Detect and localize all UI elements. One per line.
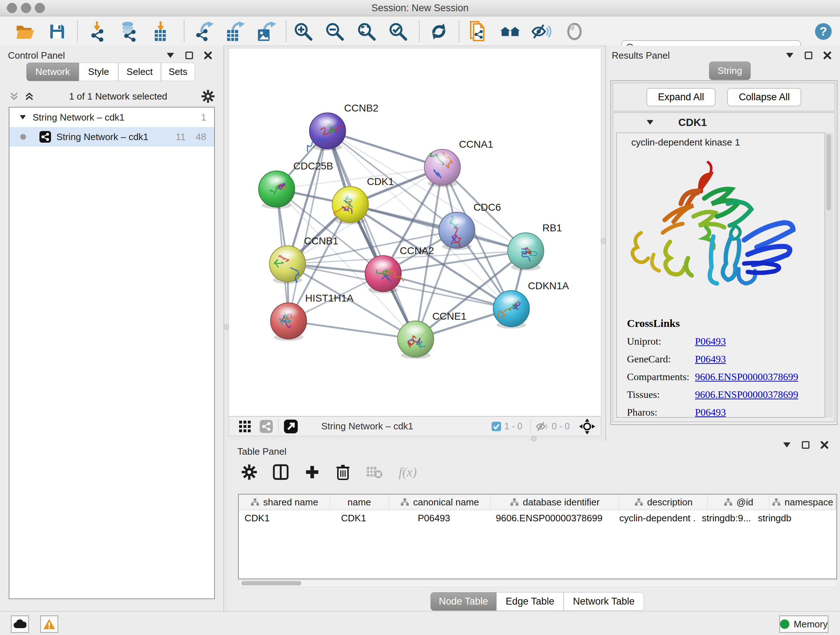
network-canvas[interactable]: CCNB2CCNA1CDC25BCDK1CDC6RB1CCNB1CCNA2CDK… (229, 48, 601, 416)
export-image-button[interactable] (256, 21, 277, 42)
table-cell[interactable]: CDK1 (239, 513, 324, 524)
tab-edge-table[interactable]: Edge Table (496, 592, 564, 611)
birds-eye-grid-icon[interactable] (238, 420, 251, 433)
collapse-all-networks-icon[interactable] (24, 92, 35, 101)
pan-crosshair-icon[interactable] (579, 418, 595, 434)
tab-network[interactable]: Network (27, 63, 79, 81)
table-cell[interactable]: P06493 (383, 513, 485, 524)
float-panel-icon[interactable] (782, 440, 791, 450)
collection-expand-icon[interactable] (19, 113, 27, 121)
import-network-file-button[interactable] (88, 21, 108, 42)
compartments-link[interactable]: 9606.ENSP00000378699 (695, 371, 798, 383)
network-node-ccnb1[interactable]: CCNB1 (270, 235, 339, 284)
zoom-selected-button[interactable] (388, 21, 408, 42)
close-panel-icon[interactable] (203, 51, 213, 60)
genecard-link[interactable]: P06493 (695, 353, 726, 365)
column-header-database-identifier[interactable]: database identifier (491, 494, 619, 510)
tab-string[interactable]: String (709, 62, 751, 80)
close-panel-icon[interactable] (820, 440, 829, 450)
string-home-button[interactable] (500, 21, 521, 42)
network-node-hist1h1a[interactable]: HIST1H1A (271, 293, 354, 341)
node-table[interactable]: shared namenamecanonical namedatabase id… (238, 494, 837, 579)
zoom-in-button[interactable] (293, 21, 313, 42)
warning-status-button[interactable] (40, 616, 58, 633)
table-cell[interactable]: stringdb:9... (696, 513, 752, 524)
collapse-protein-icon[interactable] (646, 118, 654, 127)
left-splitter-grip[interactable] (224, 325, 229, 330)
window-title: Session: New Session (0, 3, 840, 14)
add-column-icon[interactable] (305, 464, 320, 480)
network-node-rb1[interactable]: RB1 (508, 222, 562, 271)
network-badge-icon[interactable] (259, 420, 273, 433)
column-header-shared-name[interactable]: shared name (239, 494, 330, 510)
selected-checkbox-icon[interactable] (491, 421, 501, 432)
delete-table-icon (366, 466, 383, 478)
network-edge[interactable] (327, 131, 416, 339)
hide-unhide-button[interactable] (531, 21, 551, 42)
tab-network-table[interactable]: Network Table (564, 592, 644, 611)
table-row[interactable]: CDK1CDK1P064939606.ENSP00000378699cyclin… (239, 510, 836, 526)
clipboard-network-button[interactable] (468, 21, 488, 42)
float-panel-icon[interactable] (166, 51, 175, 60)
bottom-splitter-grip[interactable] (531, 436, 537, 441)
column-header-name[interactable]: name (330, 494, 389, 510)
tissues-link[interactable]: 9606.ENSP00000378699 (695, 389, 798, 401)
column-header-namespace[interactable]: namespace (769, 494, 836, 510)
table-panel-title: Table Panel (237, 446, 286, 457)
table-cell[interactable]: 9606.ENSP00000378699 (485, 513, 614, 524)
network-edge[interactable] (289, 321, 416, 339)
expand-all-networks-icon[interactable] (9, 92, 19, 101)
cloud-status-button[interactable] (11, 616, 29, 633)
tab-style[interactable]: Style (79, 63, 118, 81)
open-in-new-icon[interactable] (284, 419, 298, 434)
network-node-cdkn1a[interactable]: CDKN1A (493, 280, 569, 329)
network-node-cdc25b[interactable]: CDC25B (259, 160, 333, 209)
column-header-description[interactable]: description (619, 494, 707, 510)
export-table-button[interactable] (225, 21, 245, 42)
column-header--id[interactable]: @id (707, 494, 769, 510)
table-cell[interactable]: CDK1 (324, 513, 383, 524)
node-label-ccne1: CCNE1 (432, 310, 467, 322)
network-node-ccna1[interactable]: CCNA1 (424, 139, 493, 187)
import-table-file-button[interactable] (150, 21, 171, 42)
network-node-cdk1[interactable]: CDK1 (332, 176, 393, 225)
open-session-button[interactable] (15, 21, 35, 42)
table-cell[interactable]: cyclin-dependent ... (614, 513, 696, 524)
table-options-gear-icon[interactable] (242, 464, 257, 480)
close-panel-icon[interactable] (823, 51, 832, 60)
results-scrollbar[interactable] (826, 133, 832, 417)
network-name: String Network – cdk1 (57, 131, 148, 143)
save-session-button[interactable] (47, 21, 67, 42)
import-network-database-button[interactable] (118, 21, 139, 42)
network-graph[interactable]: CCNB2CCNA1CDC25BCDK1CDC6RB1CCNB1CCNA2CDK… (229, 49, 601, 416)
maximize-panel-icon[interactable] (801, 440, 810, 450)
table-cell[interactable]: stringdb (752, 513, 813, 524)
maximize-panel-icon[interactable] (804, 51, 813, 60)
tab-sets[interactable]: Sets (161, 63, 195, 81)
table-horizontal-scrollbar[interactable] (238, 580, 837, 587)
zoom-out-button[interactable] (325, 21, 345, 42)
float-panel-icon[interactable] (785, 51, 794, 60)
memory-button[interactable]: Memory (779, 616, 829, 633)
pharos-link[interactable]: P06493 (695, 407, 726, 418)
collapse-all-button[interactable]: Collapse All (727, 88, 801, 106)
refresh-button[interactable] (429, 21, 449, 42)
show-columns-icon[interactable] (273, 464, 289, 480)
network-node-ccne1[interactable]: CCNE1 (398, 310, 467, 359)
tab-node-table[interactable]: Node Table (431, 592, 496, 611)
zoom-fit-button[interactable] (356, 21, 377, 42)
delete-column-icon[interactable] (336, 464, 350, 480)
network-row[interactable]: String Network – cdk1 11 48 (9, 127, 214, 147)
right-splitter-grip[interactable] (601, 238, 606, 244)
expand-all-button[interactable]: Expand All (646, 88, 716, 106)
tab-select[interactable]: Select (118, 63, 161, 81)
maximize-panel-icon[interactable] (185, 51, 194, 60)
help-button[interactable]: ? (813, 21, 834, 42)
export-network-button[interactable] (195, 21, 215, 42)
network-view-toolbar: String Network – cdk1 1 - 0 0 - 0 (229, 416, 601, 436)
network-options-gear-icon[interactable] (202, 90, 215, 103)
uniprot-link[interactable]: P06493 (695, 336, 726, 347)
column-header-canonical-name[interactable]: canonical name (389, 494, 491, 510)
network-collection-row[interactable]: String Network – cdk1 1 (9, 108, 214, 127)
show-graphics-button[interactable] (564, 21, 584, 42)
